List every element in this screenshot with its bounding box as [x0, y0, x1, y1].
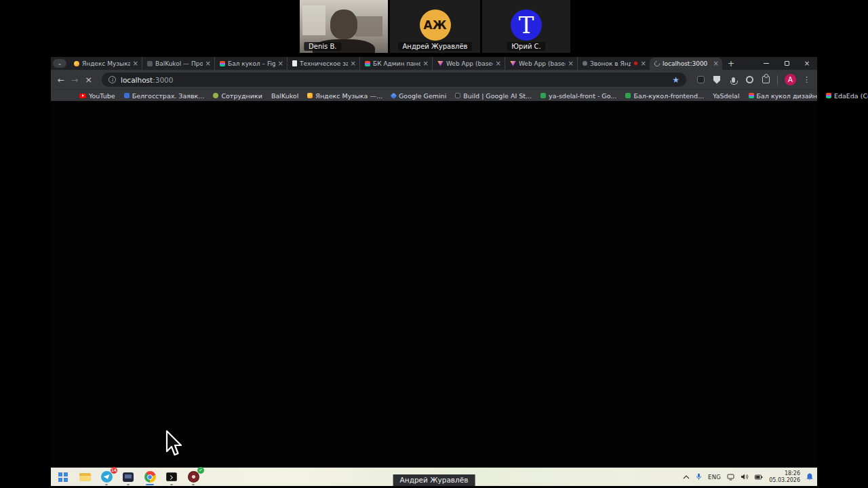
participant-avatar: T	[511, 9, 542, 41]
doc-favicon-icon	[292, 60, 297, 66]
tray-chevron-up-icon[interactable]	[683, 475, 690, 479]
tab-close-icon[interactable]: ×	[351, 60, 356, 67]
extension-ring-icon[interactable]	[745, 75, 754, 85]
chrome-menu-icon[interactable]: ⋮	[803, 75, 810, 84]
notification-bell-icon[interactable]	[806, 473, 813, 481]
participant-tile-video[interactable]: Denis B.	[300, 0, 388, 53]
browser-tab[interactable]: BalKukol — Профиль×	[142, 57, 214, 70]
bookmark-items: YouTubeБелгосстрах. Заявк...СотрудникиBa…	[79, 92, 868, 100]
browser-tab[interactable]: localhost:3000×	[650, 58, 722, 70]
network-icon[interactable]	[727, 474, 735, 481]
tab-bar: ⌄ Яндекс Музыка — с×BalKukol — Профиль×Б…	[51, 57, 817, 70]
stop-loading-button[interactable]: ×	[85, 75, 92, 84]
running-indicator	[192, 484, 195, 485]
bookmark-item[interactable]: Сотрудники	[213, 92, 262, 100]
new-tab-button[interactable]: +	[725, 57, 737, 70]
profile-avatar[interactable]: A	[785, 74, 796, 85]
running-indicator	[146, 484, 154, 485]
running-indicator	[170, 484, 173, 485]
tab-close-icon[interactable]: ×	[423, 60, 429, 67]
participant-tile-avatar[interactable]: T Юрий С.	[482, 0, 570, 53]
microphone-icon[interactable]	[728, 75, 738, 85]
tab-close-icon[interactable]: ×	[713, 60, 719, 67]
browser-tab[interactable]: Звонок в Яндекс×	[577, 57, 650, 70]
minimize-button[interactable]	[756, 57, 776, 70]
microphone-tray-icon[interactable]	[696, 473, 702, 481]
volume-icon[interactable]	[741, 474, 749, 480]
page-content[interactable]	[51, 101, 817, 467]
bookmark-item[interactable]: Бал кукол дизайн	[749, 92, 817, 100]
bookmark-item[interactable]: Яндекс Музыка —...	[307, 92, 382, 100]
running-indicator	[105, 484, 108, 485]
extension-icon[interactable]	[696, 75, 705, 85]
tab-title: Web App (based on	[446, 60, 493, 67]
bookmark-item[interactable]: Белгосстрах. Заявк...	[124, 92, 205, 100]
taskbar-terminal-icon[interactable]	[163, 469, 180, 485]
participant-name: Андрей Журавлёв	[398, 42, 473, 51]
forward-button[interactable]: →	[71, 76, 78, 84]
bookmark-label: ya-sdelal-front - Go...	[549, 92, 616, 100]
taskbar-chrome-icon[interactable]	[142, 469, 158, 485]
bookmark-item[interactable]: BalKukol	[271, 92, 298, 100]
tab-close-icon[interactable]: ×	[641, 60, 646, 67]
browser-tab[interactable]: Web App (based on×	[432, 57, 505, 70]
screen-share-view: Denis B. АЖ Андрей Журавлёв T Юрий С. ⌄ …	[0, 0, 868, 488]
browser-tab[interactable]: Техническое задани×	[287, 57, 359, 70]
address-bar[interactable]: i localhost:3000 ★	[102, 73, 686, 87]
browser-tab[interactable]: Бал кукол – Figma×	[214, 57, 287, 70]
battery-icon[interactable]	[755, 474, 763, 480]
tab-close-icon[interactable]: ×	[568, 60, 574, 67]
running-indicator	[127, 484, 130, 485]
active-speaker-overlay: Андрей Журавлёв	[393, 474, 475, 486]
taskbar-dark-app-icon[interactable]	[120, 469, 136, 485]
bookmark-item[interactable]: YaSdelal	[713, 92, 739, 100]
extensions-puzzle-icon[interactable]	[761, 75, 770, 85]
bookmark-item[interactable]: Google Gemini	[391, 92, 446, 100]
close-button[interactable]: ×	[797, 57, 817, 70]
bookmark-item[interactable]: Бал-кукол-frontend...	[625, 92, 704, 100]
bookmark-item[interactable]: Build | Google AI St...	[455, 92, 532, 100]
tab-close-icon[interactable]: ×	[205, 60, 211, 67]
bookmark-label: EdaEda (Copy) – Fig...	[834, 92, 868, 100]
spinner-favicon-icon	[653, 60, 660, 67]
webapp-favicon-icon	[510, 61, 516, 66]
unread-badge: 14	[111, 467, 117, 474]
back-button[interactable]: ←	[58, 76, 64, 84]
participant-name: Юрий С.	[507, 42, 545, 51]
bookmarks-bar: YouTubeБелгосстрах. Заявк...СотрудникиBa…	[51, 89, 817, 101]
browser-tab[interactable]: Web App (based on×	[505, 57, 577, 70]
taskbar-items: 14✓	[55, 469, 201, 485]
check-badge-icon: ✓	[197, 467, 204, 474]
tab-title: BalKukol — Профиль	[155, 60, 203, 67]
language-indicator[interactable]: ENG	[708, 474, 721, 481]
site-info-icon[interactable]: i	[108, 76, 116, 83]
browser-tab[interactable]: Яндекс Музыка — с×	[69, 57, 142, 70]
letter-favicon-icon	[147, 61, 153, 66]
bookmark-star-icon[interactable]: ★	[672, 75, 679, 85]
tab-close-icon[interactable]: ×	[278, 60, 283, 67]
taskbar-telegram-icon[interactable]: 14	[98, 469, 115, 485]
bookmark-label: YaSdelal	[713, 92, 739, 100]
tab-title: Бал кукол – Figma	[228, 60, 275, 67]
tab-close-icon[interactable]: ×	[496, 60, 501, 67]
bookmark-label: Белгосстрах. Заявк...	[132, 92, 205, 100]
taskbar-red-browser-app-icon[interactable]: ✓	[185, 469, 201, 485]
tab-search-button[interactable]: ⌄	[53, 59, 66, 68]
restore-button[interactable]	[776, 57, 797, 70]
browser-tab[interactable]: БК Админ панель (п×	[359, 57, 432, 70]
bookmark-label: Яндекс Музыка —...	[315, 92, 382, 100]
taskbar-windows-start-icon[interactable]	[55, 469, 71, 485]
tab-close-icon[interactable]: ×	[133, 60, 138, 67]
bookmark-item[interactable]: EdaEda (Copy) – Fig...	[826, 92, 868, 100]
browser-toolbar: ← → × i localhost:3000 ★ A ⋮	[51, 70, 817, 89]
figma-favicon-icon	[220, 61, 225, 66]
taskbar-file-explorer-icon[interactable]	[77, 469, 93, 485]
participant-tile-avatar[interactable]: АЖ Андрей Журавлёв	[390, 0, 480, 53]
shield-extension-icon[interactable]	[712, 75, 722, 85]
dark-app-glyph	[123, 472, 134, 482]
bookmark-item[interactable]: YouTube	[79, 92, 115, 100]
mouse-cursor	[165, 430, 184, 458]
people-icon	[213, 93, 218, 98]
clock[interactable]: 18:26 05.03.2026	[769, 470, 800, 483]
bookmark-item[interactable]: ya-sdelal-front - Go...	[540, 92, 616, 100]
